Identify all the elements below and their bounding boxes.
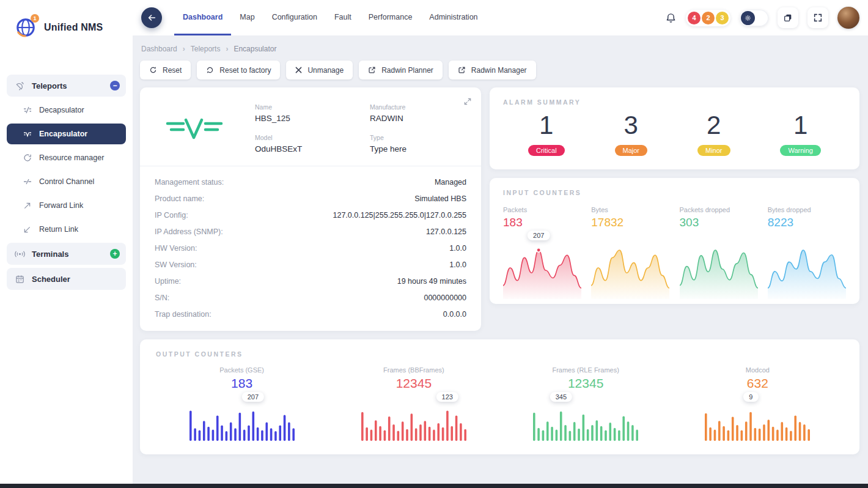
chevron-right-icon: › bbox=[226, 45, 228, 53]
button-label: Radwin Planner bbox=[381, 66, 433, 75]
input-counters-card: INPUT COUNTERS Packets 183 207 Bytes 178… bbox=[490, 178, 859, 304]
detail-label: IP Address (SNMP): bbox=[155, 227, 223, 236]
control-channel-icon bbox=[21, 177, 33, 186]
detail-label: Uptime: bbox=[155, 277, 181, 286]
device-field-type: Type Type here bbox=[370, 134, 466, 153]
device-field-manufacture: Manufacture RADWIN bbox=[370, 103, 466, 123]
field-value: RADWIN bbox=[370, 114, 466, 123]
back-button[interactable] bbox=[141, 7, 162, 28]
device-fields: Name HBS_125 Manufacture RADWIN Model Od… bbox=[255, 103, 466, 153]
unmanage-button[interactable]: Unmanage bbox=[286, 61, 353, 79]
counter-value: 632 bbox=[747, 376, 768, 391]
detail-row: Management status:Managed bbox=[155, 174, 466, 190]
expand-plus-icon[interactable]: + bbox=[110, 249, 120, 259]
sidebar-item-control-channel[interactable]: Control Channel bbox=[7, 171, 126, 192]
input-counters: Packets 183 207 Bytes 17832 Packets drop… bbox=[503, 206, 846, 299]
major-count-badge[interactable]: 2 bbox=[702, 12, 715, 24]
counter-packets-dropped: Packets dropped 303 bbox=[680, 206, 758, 299]
radwin-manager-button[interactable]: Radwin Manager bbox=[449, 61, 536, 79]
counter-bytes-dropped: Bytes dropped 8223 bbox=[768, 206, 846, 299]
settings-toggle[interactable] bbox=[740, 10, 768, 26]
counter-value: 12345 bbox=[396, 376, 432, 391]
alarm-count: 1 bbox=[793, 112, 807, 139]
sidebar-item-decapsulator[interactable]: Decapsulator bbox=[7, 100, 126, 120]
alarm-item-critical: 1 Critical bbox=[528, 112, 565, 156]
alarm-count-badges: 4 2 3 bbox=[686, 10, 730, 26]
radwin-planner-button[interactable]: Radwin Planner bbox=[359, 61, 443, 79]
counter-label: Packets bbox=[503, 206, 581, 213]
sidebar-item-label: Decapsulator bbox=[39, 106, 120, 114]
reset-to-factory-button[interactable]: Reset to factory bbox=[197, 61, 280, 79]
alarm-item-minor: 2 Minor bbox=[697, 112, 730, 156]
field-label: Model bbox=[255, 134, 351, 141]
device-card: Name HBS_125 Manufacture RADWIN Model Od… bbox=[140, 87, 481, 331]
bell-icon[interactable] bbox=[665, 12, 677, 24]
globe-icon: 1 bbox=[14, 16, 37, 39]
satellite-dish-icon bbox=[14, 81, 26, 91]
counter-label: Modcod bbox=[746, 366, 770, 374]
forward-link-icon bbox=[21, 202, 33, 210]
counter-frames-rle: Frames (RLE Frames) 12345 345 bbox=[500, 366, 672, 441]
device-field-model: Model OduHBSExT bbox=[255, 134, 351, 153]
counter-bytes: Bytes 17832 bbox=[591, 206, 669, 299]
critical-count-badge[interactable]: 4 bbox=[688, 12, 701, 24]
layers-button[interactable] bbox=[778, 7, 798, 28]
detail-row: HW Version:1.0.0 bbox=[155, 240, 466, 256]
counter-value: 183 bbox=[503, 216, 581, 229]
detail-row: IP Config:127.0.0.125|255.255.255.0|127.… bbox=[155, 207, 466, 223]
decapsulator-icon bbox=[21, 106, 33, 114]
sidebar-item-teleports[interactable]: Teleports − bbox=[7, 75, 126, 97]
refresh-icon bbox=[149, 66, 157, 74]
antenna-icon bbox=[14, 250, 26, 258]
sidebar-item-forward-link[interactable]: Forward Link bbox=[7, 195, 126, 216]
tab-dashboard[interactable]: Dashboard bbox=[174, 0, 231, 35]
field-value: OduHBSExT bbox=[255, 144, 351, 153]
radwin-logo bbox=[155, 114, 234, 142]
breadcrumb-item[interactable]: Teleports bbox=[191, 45, 221, 53]
tab-administration[interactable]: Administration bbox=[421, 0, 486, 35]
sidebar-item-encapsulator[interactable]: Encapsulator bbox=[7, 124, 126, 144]
counter-value: 17832 bbox=[591, 216, 669, 229]
breadcrumb-item[interactable]: Dashboard bbox=[141, 45, 177, 53]
detail-label: S/N: bbox=[155, 294, 169, 302]
status-badge: Minor bbox=[697, 145, 730, 156]
alarm-summary-card: ALARM SUMMARY 1 Critical 3 Major 2 Minor bbox=[490, 87, 859, 169]
counter-value: 8223 bbox=[768, 216, 846, 229]
status-badge: Warning bbox=[780, 145, 821, 156]
reset-button[interactable]: Reset bbox=[140, 61, 191, 79]
collapse-icon[interactable]: − bbox=[110, 81, 120, 91]
detail-value: 19 hours 49 minutes bbox=[397, 277, 466, 286]
sidebar-item-scheduler[interactable]: Scheduler bbox=[7, 268, 126, 290]
user-avatar[interactable] bbox=[837, 7, 859, 29]
packets-area-chart: 207 bbox=[503, 231, 581, 299]
field-label: Name bbox=[255, 103, 351, 111]
return-link-icon bbox=[21, 226, 33, 234]
counter-value: 303 bbox=[680, 216, 758, 229]
minor-count-badge[interactable]: 3 bbox=[716, 12, 729, 24]
sidebar-item-resource-manager[interactable]: Resource manager bbox=[7, 147, 126, 168]
device-field-name: Name HBS_125 bbox=[255, 103, 351, 123]
fullscreen-button[interactable] bbox=[807, 7, 828, 28]
tab-performance[interactable]: Performance bbox=[360, 0, 421, 35]
counter-label: Bytes dropped bbox=[768, 206, 846, 213]
alarm-count: 3 bbox=[624, 112, 638, 139]
detail-value: 0000000000 bbox=[424, 294, 466, 302]
sidebar-item-terminals[interactable]: Terminals + bbox=[7, 243, 126, 265]
detail-value: Managed bbox=[435, 178, 466, 187]
topbar-actions: 4 2 3 bbox=[665, 7, 859, 29]
sidebar-item-label: Encapsulator bbox=[39, 130, 120, 138]
counter-label: Bytes bbox=[591, 206, 669, 213]
frames-rle-bar-chart: 345 bbox=[533, 392, 638, 441]
expand-icon[interactable] bbox=[464, 97, 471, 108]
window-bottom-edge bbox=[0, 484, 868, 488]
tab-configuration[interactable]: Configuration bbox=[263, 0, 326, 35]
detail-label: IP Config: bbox=[155, 211, 188, 220]
counter-value: 12345 bbox=[568, 376, 603, 391]
tab-fault[interactable]: Fault bbox=[326, 0, 360, 35]
content: Dashboard › Teleports › Encapsulator Res… bbox=[133, 35, 868, 488]
sidebar-item-return-link[interactable]: Return Link bbox=[7, 219, 126, 240]
alarm-count: 2 bbox=[707, 112, 721, 139]
field-label: Manufacture bbox=[370, 103, 466, 111]
tab-map[interactable]: Map bbox=[231, 0, 263, 35]
resource-manager-icon bbox=[21, 153, 33, 162]
